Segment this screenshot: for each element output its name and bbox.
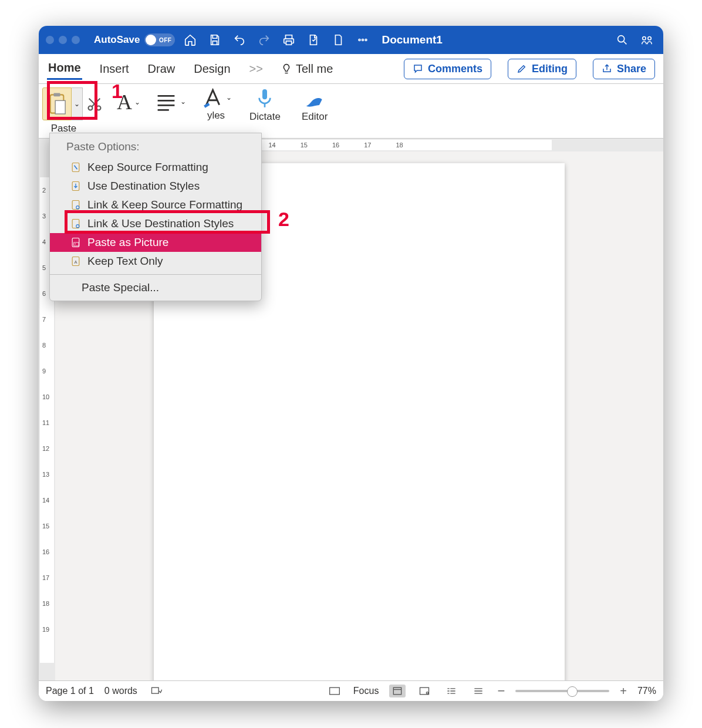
- menu-item-label: Link & Keep Source Formatting: [87, 198, 242, 211]
- spellcheck-icon[interactable]: [148, 685, 164, 697]
- svg-text:A: A: [74, 259, 77, 265]
- autosave-toggle[interactable]: AutoSave OFF: [94, 33, 175, 46]
- ruler-tick: 7: [42, 316, 49, 323]
- print-layout-icon[interactable]: [389, 685, 406, 697]
- new-doc-icon[interactable]: [329, 31, 347, 49]
- zoom-slider[interactable]: [515, 690, 609, 692]
- focus-mode-icon[interactable]: [326, 685, 343, 697]
- svg-point-2: [365, 39, 367, 41]
- paragraph-icon: [154, 92, 178, 111]
- menu-item-label: Use Destination Styles: [87, 180, 200, 193]
- ruler-tick: 16: [42, 548, 49, 555]
- ruler-tick: 5: [42, 264, 49, 271]
- editing-button[interactable]: Editing: [508, 59, 576, 79]
- comments-button[interactable]: Comments: [404, 59, 491, 79]
- draft-view-icon[interactable]: [470, 685, 487, 697]
- dictate-button[interactable]: Dictate: [246, 86, 284, 124]
- svg-rect-23: [151, 687, 158, 693]
- redo-icon[interactable]: [255, 31, 274, 49]
- search-icon[interactable]: [613, 31, 632, 49]
- editing-label: Editing: [532, 63, 568, 75]
- menu-item-label: Keep Text Only: [87, 255, 163, 268]
- tell-me-search[interactable]: Tell me: [281, 62, 333, 76]
- ruler-tick: 17: [364, 141, 371, 149]
- clipboard-link-icon: [70, 198, 82, 211]
- svg-point-5: [648, 37, 652, 41]
- svg-point-4: [643, 37, 646, 41]
- styles-icon: [200, 86, 224, 109]
- close-icon[interactable]: [46, 36, 54, 44]
- styles-group[interactable]: ⌄ yles: [200, 86, 232, 122]
- tab-overflow[interactable]: >>: [248, 59, 264, 79]
- ribbon-tabs: Home Insert Draw Design >> Tell me Comme…: [39, 54, 663, 84]
- document-title: Document1: [382, 33, 442, 46]
- more-icon[interactable]: [353, 31, 372, 49]
- svg-rect-14: [72, 201, 79, 210]
- minimize-icon[interactable]: [59, 36, 67, 44]
- page-indicator[interactable]: Page 1 of 1: [46, 686, 94, 696]
- ruler-tick: 18: [42, 600, 49, 607]
- home-icon[interactable]: [181, 31, 200, 49]
- ruler-tick: 2: [42, 187, 49, 194]
- svg-point-0: [359, 39, 360, 41]
- zoom-thumb[interactable]: [567, 686, 578, 697]
- ruler-tick: 13: [42, 471, 49, 478]
- zoom-in-button[interactable]: +: [620, 685, 627, 698]
- menu-keep-source-formatting[interactable]: Keep Source Formatting: [50, 158, 261, 177]
- menu-item-label: Paste Special...: [82, 281, 159, 294]
- share-label: Share: [617, 63, 646, 75]
- focus-label[interactable]: Focus: [353, 686, 379, 696]
- pencil-icon: [517, 63, 527, 74]
- clipboard-text-icon: A: [70, 255, 82, 268]
- app-window: AutoSave OFF Document1 Home Insert Dr: [39, 26, 663, 701]
- svg-rect-19: [74, 242, 79, 246]
- editor-button[interactable]: Editor: [298, 86, 331, 124]
- tab-design[interactable]: Design: [193, 59, 231, 79]
- save-icon[interactable]: [205, 31, 224, 49]
- template-icon[interactable]: [304, 31, 323, 49]
- tab-insert[interactable]: Insert: [99, 59, 130, 79]
- dictate-label: Dictate: [249, 111, 281, 123]
- menu-use-destination-styles[interactable]: Use Destination Styles: [50, 177, 261, 196]
- ruler-tick: 14: [268, 141, 275, 149]
- outline-view-icon[interactable]: [443, 685, 460, 697]
- ruler-tick: 8: [42, 342, 49, 349]
- annotation-box-1: [47, 81, 97, 120]
- ruler-tick: 17: [42, 574, 49, 581]
- menu-separator: [50, 274, 261, 275]
- fullscreen-icon[interactable]: [72, 36, 80, 44]
- tab-draw[interactable]: Draw: [147, 59, 177, 79]
- ruler-tick: 16: [332, 141, 339, 149]
- svg-point-1: [362, 39, 364, 41]
- editor-icon: [303, 87, 326, 110]
- print-icon[interactable]: [279, 31, 298, 49]
- paragraph-group[interactable]: ⌄: [154, 86, 186, 111]
- ruler-tick: 9: [42, 368, 49, 375]
- word-count[interactable]: 0 words: [104, 686, 137, 696]
- chevron-down-icon: ⌄: [180, 97, 186, 106]
- toggle-switch[interactable]: OFF: [144, 33, 175, 46]
- tab-home[interactable]: Home: [47, 58, 82, 80]
- styles-label-partial: yles: [207, 110, 225, 122]
- share-ribbon-icon[interactable]: [637, 31, 656, 49]
- annotation-label-1: 1: [112, 80, 123, 103]
- web-layout-icon[interactable]: [416, 685, 433, 697]
- zoom-out-button[interactable]: −: [497, 683, 505, 699]
- ruler-tick: 12: [42, 445, 49, 452]
- paste-options-header: Paste Options:: [50, 138, 261, 158]
- zoom-level[interactable]: 77%: [637, 686, 656, 696]
- ruler-tick: 15: [301, 141, 308, 149]
- chevron-down-icon: ⌄: [226, 93, 232, 102]
- menu-paste-special[interactable]: Paste Special...: [50, 278, 261, 297]
- menu-paste-as-picture[interactable]: Paste as Picture: [50, 233, 261, 252]
- svg-rect-25: [394, 687, 401, 695]
- ruler-tick: 11: [42, 419, 49, 426]
- window-controls[interactable]: [46, 36, 80, 44]
- share-button[interactable]: Share: [593, 59, 655, 79]
- undo-icon[interactable]: [230, 31, 249, 49]
- annotation-box-2: [65, 210, 270, 234]
- menu-keep-text-only[interactable]: A Keep Text Only: [50, 252, 261, 271]
- comment-icon: [413, 63, 423, 74]
- ruler-tick: 15: [42, 523, 49, 530]
- svg-point-27: [427, 692, 428, 694]
